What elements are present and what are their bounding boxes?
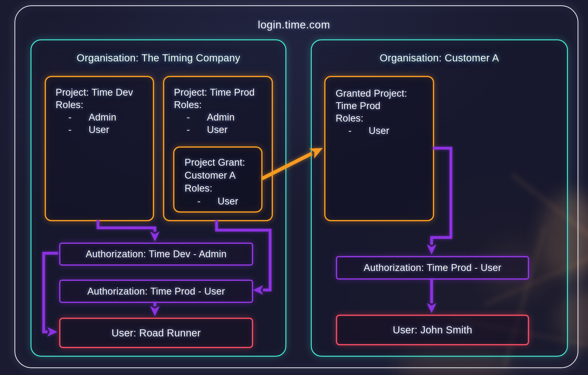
edge-granted-project-to-auth-right bbox=[432, 148, 451, 245]
edge-timedev-to-auth-admin bbox=[98, 220, 155, 232]
edge-project-grant-to-granted-project bbox=[262, 154, 312, 179]
connector-layer bbox=[0, 0, 588, 375]
edge-auth-admin-to-user-roadrunner bbox=[44, 253, 58, 332]
edge-timeprod-to-auth-user bbox=[217, 220, 270, 290]
diagram-canvas: login.time.com Organisation: The Timing … bbox=[0, 0, 588, 375]
